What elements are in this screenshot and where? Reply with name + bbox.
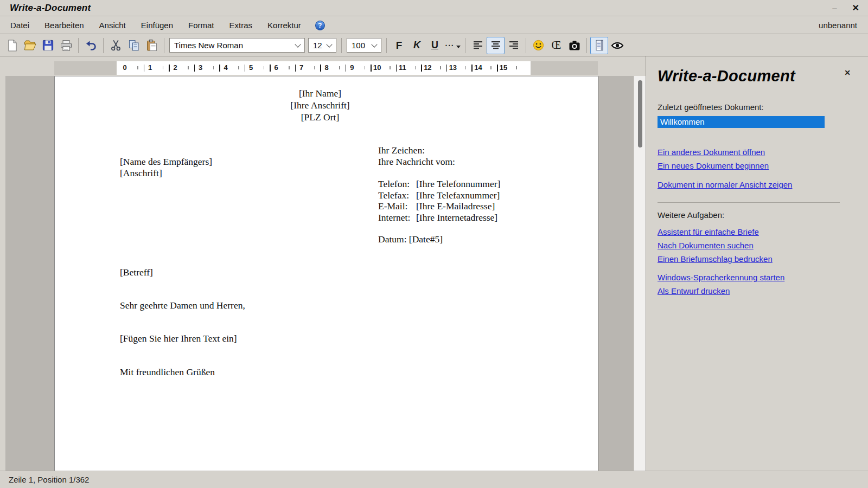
contact-row: Telefon: [Ihre Telefonnummer] — [378, 178, 500, 190]
ruler-number: 12 — [424, 63, 431, 72]
menu-extras[interactable]: Extras — [222, 18, 260, 32]
vertical-scrollbar[interactable] — [634, 76, 646, 471]
undo-icon — [85, 39, 98, 52]
ruler-cm-bar — [421, 65, 422, 72]
more-dots-icon: ··· — [445, 41, 455, 50]
align-center-button[interactable] — [487, 37, 505, 54]
smiley-icon — [532, 39, 545, 52]
new-document-icon — [6, 39, 19, 52]
ruler-half-tick — [365, 66, 366, 69]
title-bar: Write-a-Document – ✕ — [0, 0, 868, 16]
toolbar-separator — [526, 38, 526, 53]
paste-button[interactable] — [143, 37, 161, 54]
ruler-number: 15 — [500, 63, 507, 72]
save-floppy-icon — [42, 39, 54, 52]
menu-einfuegen[interactable]: Einfügen — [133, 18, 181, 32]
ruler-half-tick — [339, 66, 340, 69]
preview-button[interactable] — [608, 37, 626, 54]
recipient-block: [Name des Empfängers] [Anschrift] — [120, 156, 212, 179]
minimize-button[interactable]: – — [832, 4, 837, 12]
menu-format[interactable]: Format — [181, 18, 222, 32]
task-pane-header: Write-a-Document ✕ — [658, 67, 853, 85]
closing-line: Mit freundlichen Grüßen — [120, 367, 215, 378]
align-right-icon — [508, 40, 520, 52]
italic-button[interactable]: K — [408, 37, 426, 54]
search-documents-link[interactable]: Nach Dokumenten suchen — [658, 239, 754, 252]
document-viewport: [Ihr Name] [Ihre Anschrift] [PLZ Ort] Ih… — [5, 76, 646, 471]
contact-label: E-Mail: — [378, 201, 416, 212]
page-layout-view-button[interactable] — [590, 37, 608, 54]
close-button[interactable]: ✕ — [852, 4, 859, 12]
letter-wizard-link[interactable]: Assistent für einfache Briefe — [658, 225, 759, 239]
ruler-number: 2 — [173, 63, 177, 72]
save-button[interactable] — [39, 37, 57, 54]
zoom-select[interactable]: 100 % — [347, 38, 381, 53]
document-page[interactable]: [Ihr Name] [Ihre Anschrift] [PLZ Ort] Ih… — [54, 76, 598, 471]
contact-row: E-Mail: [Ihre E-Mailadresse] — [378, 201, 500, 212]
new-document-button[interactable] — [3, 37, 21, 54]
bold-button[interactable]: F — [390, 37, 408, 54]
menu-bearbeiten[interactable]: Bearbeiten — [37, 18, 92, 32]
special-character-button[interactable]: Œ — [547, 37, 565, 54]
menu-datei[interactable]: Datei — [3, 18, 37, 32]
sidebar-divider — [658, 202, 840, 203]
ruler-number: 14 — [474, 63, 482, 72]
insert-image-button[interactable] — [565, 37, 583, 54]
open-other-document-link[interactable]: Ein anderes Dokument öffnen — [658, 145, 765, 159]
task-pane: Write-a-Document ✕ Zuletzt geöffnetes Do… — [646, 56, 868, 471]
print-draft-link[interactable]: Als Entwurf drucken — [658, 284, 730, 298]
undo-button[interactable] — [82, 37, 100, 54]
sender-city-line: [PLZ Ort] — [120, 111, 520, 123]
new-document-link[interactable]: Ein neues Dokument beginnen — [658, 159, 769, 172]
ruler-half-tick — [238, 66, 239, 69]
more-formatting-button[interactable]: ··· — [444, 37, 462, 54]
toolbar-separator — [386, 38, 387, 53]
caret-down-icon — [456, 46, 461, 48]
task-pane-close-button[interactable]: ✕ — [842, 67, 853, 78]
font-name-select[interactable]: Times New Roman — [169, 38, 305, 53]
font-size-select[interactable]: 12 — [308, 38, 336, 53]
open-button[interactable] — [21, 37, 39, 54]
print-envelope-link[interactable]: Einen Briefumschlag bedrucken — [658, 252, 773, 266]
scrollbar-thumb[interactable] — [638, 80, 642, 147]
ruler-number: 11 — [399, 63, 406, 72]
cut-button[interactable] — [107, 37, 125, 54]
status-bar: Zeile 1, Position 1/362 — [0, 471, 868, 488]
sender-name-line: [Ihr Name] — [120, 87, 520, 99]
ruler-number: 13 — [449, 63, 457, 72]
menu-ansicht[interactable]: Ansicht — [92, 18, 133, 32]
align-right-button[interactable] — [505, 37, 522, 54]
ruler-cm-bar — [270, 65, 271, 72]
paste-clipboard-icon — [145, 39, 158, 52]
document-name-label: unbenannt — [819, 21, 857, 30]
zoom-value: 100 % — [352, 41, 367, 50]
ruler-number: 6 — [275, 63, 278, 72]
ruler-half-tick — [440, 66, 441, 69]
ruler-number: 10 — [373, 63, 381, 72]
underline-button[interactable]: U — [426, 37, 444, 54]
ruler-number: 9 — [350, 63, 354, 72]
menu-korrektur[interactable]: Korrektur — [260, 18, 309, 32]
copy-icon — [127, 39, 141, 52]
help-icon[interactable]: ? — [315, 21, 325, 30]
ruler-cm-bar — [346, 65, 347, 72]
special-character-label: Œ — [552, 39, 561, 52]
recent-document-item[interactable]: Willkommen — [658, 116, 825, 128]
insert-smiley-button[interactable] — [529, 37, 547, 54]
ruler-half-tick — [188, 66, 189, 69]
ruler-half-tick — [137, 66, 138, 69]
ruler-cm-bar — [371, 65, 372, 72]
chevron-down-icon — [326, 41, 332, 47]
ruler-number: 1 — [148, 63, 152, 72]
contact-value: [Ihre Telefonnummer] — [416, 178, 500, 190]
align-left-button[interactable] — [469, 37, 487, 54]
recipient-name-line: [Name des Empfängers] — [120, 156, 212, 168]
copy-button[interactable] — [125, 37, 143, 54]
italic-label: K — [413, 40, 420, 51]
contact-value: [Ihre Telefaxnummer] — [416, 190, 500, 201]
window-title: Write-a-Document — [10, 3, 91, 14]
normal-view-link[interactable]: Dokument in normaler Ansicht zeigen — [658, 178, 792, 191]
contact-value: [Ihre Internetadresse] — [416, 212, 497, 223]
speech-recognition-link[interactable]: Windows-Spracherkennung starten — [658, 271, 784, 284]
print-button[interactable] — [57, 37, 75, 54]
